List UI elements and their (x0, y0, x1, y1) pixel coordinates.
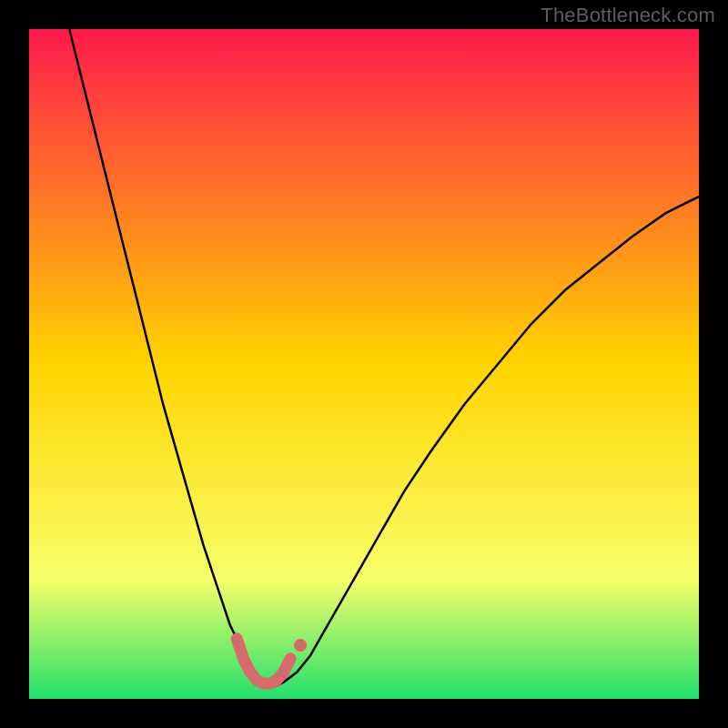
bottleneck-chart (29, 29, 699, 699)
highlight-end-dot (294, 639, 307, 652)
chart-frame: TheBottleneck.com (0, 0, 728, 728)
watermark-text: TheBottleneck.com (541, 4, 715, 27)
gradient-background (29, 29, 699, 699)
